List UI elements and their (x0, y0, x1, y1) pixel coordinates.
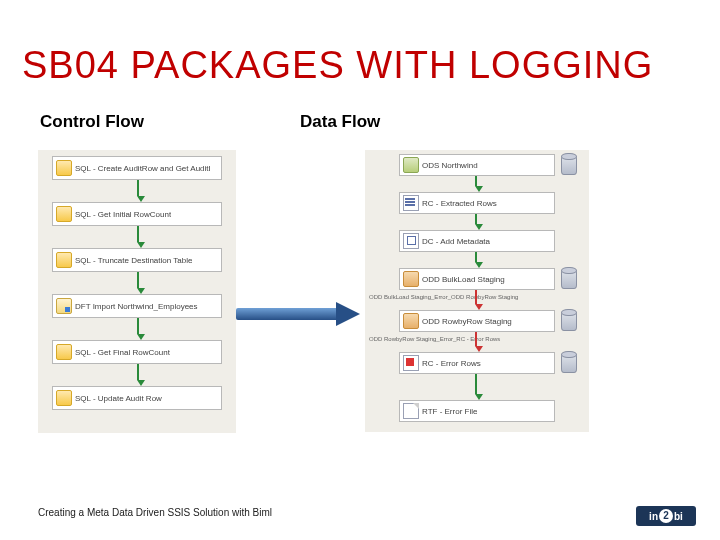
component-box: DC - Add Metadata (399, 230, 555, 252)
footer-text: Creating a Meta Data Driven SSIS Solutio… (38, 507, 272, 518)
logo-text: bi (674, 511, 683, 522)
flatfile-icon (403, 403, 419, 419)
database-icon (561, 311, 577, 331)
error-rows-icon (403, 355, 419, 371)
destination-icon (403, 313, 419, 329)
source-icon (403, 157, 419, 173)
component-box: ODS Northwind (399, 154, 555, 176)
error-path-label: ODD BulkLoad Staging_Error_ODD RowbyRow … (369, 294, 593, 300)
database-icon (561, 353, 577, 373)
task-box: SQL - Get Final RowCount (52, 340, 222, 364)
task-box: SQL - Create AuditRow and Get AuditI (52, 156, 222, 180)
derived-col-icon (403, 233, 419, 249)
right-column-heading: Data Flow (300, 112, 380, 132)
component-label: DC - Add Metadata (422, 237, 490, 246)
brand-logo: in 2 bi (636, 506, 696, 526)
component-label: ODD RowbyRow Staging (422, 317, 512, 326)
sql-icon (56, 344, 72, 360)
data-flow-canvas: ODS Northwind RC - Extracted Rows DC - A… (365, 150, 589, 432)
component-label: ODD BulkLoad Staging (422, 275, 505, 284)
destination-icon (403, 271, 419, 287)
task-box: SQL - Update Audit Row (52, 386, 222, 410)
task-box: DFT Import Northwind_Employees (52, 294, 222, 318)
logo-badge: 2 (659, 509, 673, 523)
task-box: SQL - Truncate Destination Table (52, 248, 222, 272)
left-column-heading: Control Flow (40, 112, 144, 132)
component-label: RTF - Error File (422, 407, 477, 416)
control-flow-canvas: SQL - Create AuditRow and Get AuditI SQL… (38, 150, 236, 433)
logo-text: in (649, 511, 658, 522)
sql-icon (56, 252, 72, 268)
component-box: RC - Extracted Rows (399, 192, 555, 214)
task-label: SQL - Create AuditRow and Get AuditI (75, 164, 211, 173)
component-box: RTF - Error File (399, 400, 555, 422)
sql-icon (56, 390, 72, 406)
slide-title: SB04 PACKAGES WITH LOGGING (22, 44, 653, 87)
task-label: SQL - Truncate Destination Table (75, 256, 192, 265)
component-label: RC - Error Rows (422, 359, 481, 368)
sql-icon (56, 206, 72, 222)
task-label: DFT Import Northwind_Employees (75, 302, 198, 311)
error-path-label: ODD RowbyRow Staging_Error_RC - Error Ro… (369, 336, 593, 342)
rowcount-icon (403, 195, 419, 211)
database-icon (561, 155, 577, 175)
database-icon (561, 269, 577, 289)
sql-icon (56, 160, 72, 176)
task-label: SQL - Get Initial RowCount (75, 210, 171, 219)
big-arrow (236, 302, 362, 326)
dataflow-task-icon (56, 298, 72, 314)
task-label: SQL - Get Final RowCount (75, 348, 170, 357)
component-box: ODD BulkLoad Staging (399, 268, 555, 290)
component-box: ODD RowbyRow Staging (399, 310, 555, 332)
task-box: SQL - Get Initial RowCount (52, 202, 222, 226)
task-label: SQL - Update Audit Row (75, 394, 162, 403)
component-box: RC - Error Rows (399, 352, 555, 374)
component-label: RC - Extracted Rows (422, 199, 497, 208)
component-label: ODS Northwind (422, 161, 478, 170)
